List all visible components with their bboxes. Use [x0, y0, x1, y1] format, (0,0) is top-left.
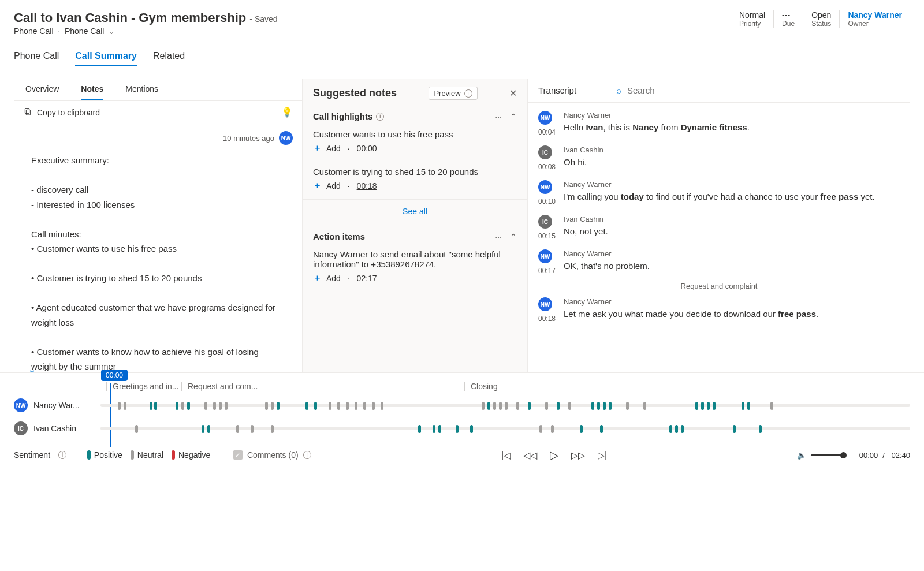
sentiment-tick[interactable]: [733, 425, 736, 433]
status-value[interactable]: Open: [811, 10, 831, 20]
copy-to-clipboard-button[interactable]: Copy to clipboard: [23, 107, 100, 118]
sentiment-tick[interactable]: [600, 425, 603, 433]
see-all-link[interactable]: See all: [303, 200, 527, 223]
timeline-segment[interactable]: Request and com...: [181, 382, 464, 391]
sentiment-tick[interactable]: [363, 402, 366, 410]
play-button[interactable]: ▷: [550, 448, 558, 462]
preview-badge[interactable]: Previewi: [429, 87, 477, 100]
lightbulb-icon[interactable]: 💡: [281, 107, 293, 118]
timeline-segment[interactable]: Closing: [464, 382, 788, 391]
chevron-down-icon[interactable]: ⌄: [109, 28, 114, 36]
sentiment-tick[interactable]: [701, 402, 704, 410]
sentiment-tick[interactable]: [202, 425, 204, 433]
sentiment-tick[interactable]: [181, 402, 184, 410]
sentiment-tick[interactable]: [643, 402, 646, 410]
skip-start-button[interactable]: |◁: [501, 450, 511, 461]
sentiment-tick[interactable]: [418, 425, 421, 433]
sentiment-tick[interactable]: [150, 402, 152, 410]
sentiment-tick[interactable]: [528, 402, 531, 410]
sentiment-tick[interactable]: [176, 402, 178, 410]
sentiment-tick[interactable]: [591, 402, 594, 410]
sentiment-tick[interactable]: [337, 402, 340, 410]
sentiment-tick[interactable]: [516, 402, 519, 410]
sentiment-tick[interactable]: [305, 402, 308, 410]
volume-icon[interactable]: 🔈: [797, 451, 806, 460]
sentiment-tick[interactable]: [314, 402, 317, 410]
sentiment-tick[interactable]: [154, 402, 157, 410]
playhead-line[interactable]: [110, 383, 111, 447]
sentiment-tick[interactable]: [271, 402, 274, 410]
owner-value[interactable]: Nancy Warner: [848, 10, 902, 20]
sentiment-tick[interactable]: [597, 402, 600, 410]
sentiment-tick[interactable]: [124, 402, 126, 410]
sentiment-tick[interactable]: [505, 402, 508, 410]
notes-body[interactable]: Executive summary:- discovery call- Inte…: [14, 147, 302, 372]
sentiment-tick[interactable]: [251, 425, 254, 433]
sentiment-tick[interactable]: [277, 402, 280, 410]
sentiment-tick[interactable]: [759, 425, 762, 433]
sentiment-tick[interactable]: [551, 425, 554, 433]
sentiment-tick[interactable]: [603, 402, 606, 410]
sentiment-track[interactable]: [100, 427, 910, 430]
forward-button[interactable]: ▷▷: [571, 450, 585, 461]
sentiment-tick[interactable]: [355, 402, 357, 410]
sentiment-tick[interactable]: [493, 402, 496, 410]
sentiment-tick[interactable]: [669, 425, 672, 433]
tab-phone-call[interactable]: Phone Call: [14, 51, 59, 66]
sentiment-tick[interactable]: [433, 425, 435, 433]
timestamp-link[interactable]: 00:18: [357, 181, 377, 191]
add-highlight-button[interactable]: ＋ Add · 00:00: [313, 143, 517, 154]
volume-slider[interactable]: [811, 454, 845, 456]
transcript-time[interactable]: 00:08: [538, 163, 556, 171]
subtab-mentions[interactable]: Mentions: [125, 79, 158, 100]
sentiment-tick[interactable]: [135, 425, 138, 433]
transcript-search[interactable]: ⌕: [609, 81, 910, 99]
timestamp-link[interactable]: 00:00: [357, 144, 377, 153]
sentiment-tick[interactable]: [118, 402, 121, 410]
subtab-overview[interactable]: Overview: [25, 79, 59, 100]
sentiment-tick[interactable]: [681, 425, 684, 433]
sentiment-tick[interactable]: [770, 402, 773, 410]
transcript-time[interactable]: 00:18: [538, 315, 556, 323]
skip-end-button[interactable]: ▷|: [598, 450, 607, 461]
rewind-button[interactable]: ◁◁: [523, 450, 537, 461]
chevron-up-icon[interactable]: ⌃: [510, 232, 517, 241]
sentiment-tick[interactable]: [713, 402, 716, 410]
sentiment-tick[interactable]: [346, 402, 349, 410]
priority-value[interactable]: Normal: [739, 10, 765, 20]
sentiment-tick[interactable]: [545, 402, 548, 410]
sentiment-tick[interactable]: [236, 425, 239, 433]
transcript-time[interactable]: 00:17: [538, 267, 556, 275]
sentiment-tick[interactable]: [568, 402, 571, 410]
sentiment-tick[interactable]: [438, 425, 441, 433]
due-value[interactable]: ---: [782, 10, 795, 20]
comments-toggle[interactable]: ✓Comments (0)i: [233, 450, 311, 460]
sentiment-tick[interactable]: [626, 402, 629, 410]
sentiment-tick[interactable]: [557, 402, 560, 410]
sentiment-tick[interactable]: [265, 402, 268, 410]
sentiment-tick[interactable]: [187, 402, 190, 410]
chevron-up-icon[interactable]: ⌃: [510, 112, 517, 121]
more-icon[interactable]: ···: [495, 112, 502, 121]
sentiment-tick[interactable]: [609, 402, 612, 410]
close-icon[interactable]: ✕: [509, 88, 517, 99]
sentiment-tick[interactable]: [219, 402, 222, 410]
search-input[interactable]: [626, 85, 903, 96]
sentiment-tick[interactable]: [747, 402, 750, 410]
sentiment-tick[interactable]: [707, 402, 710, 410]
sentiment-tick[interactable]: [580, 425, 583, 433]
info-icon[interactable]: i: [376, 113, 384, 121]
sentiment-tick[interactable]: [539, 425, 542, 433]
add-highlight-button[interactable]: ＋ Add · 02:17: [313, 273, 517, 283]
sentiment-tick[interactable]: [482, 402, 485, 410]
add-highlight-button[interactable]: ＋ Add · 00:18: [313, 180, 517, 191]
sentiment-tick[interactable]: [470, 425, 473, 433]
sentiment-tick[interactable]: [695, 402, 698, 410]
sentiment-tick[interactable]: [213, 402, 216, 410]
transcript-time[interactable]: 00:10: [538, 197, 556, 206]
sentiment-tick[interactable]: [675, 425, 678, 433]
transcript-time[interactable]: 00:15: [538, 232, 556, 240]
form-selector[interactable]: Phone Call: [65, 27, 105, 36]
sentiment-tick[interactable]: [225, 402, 228, 410]
tab-call-summary[interactable]: Call Summary: [75, 51, 137, 66]
